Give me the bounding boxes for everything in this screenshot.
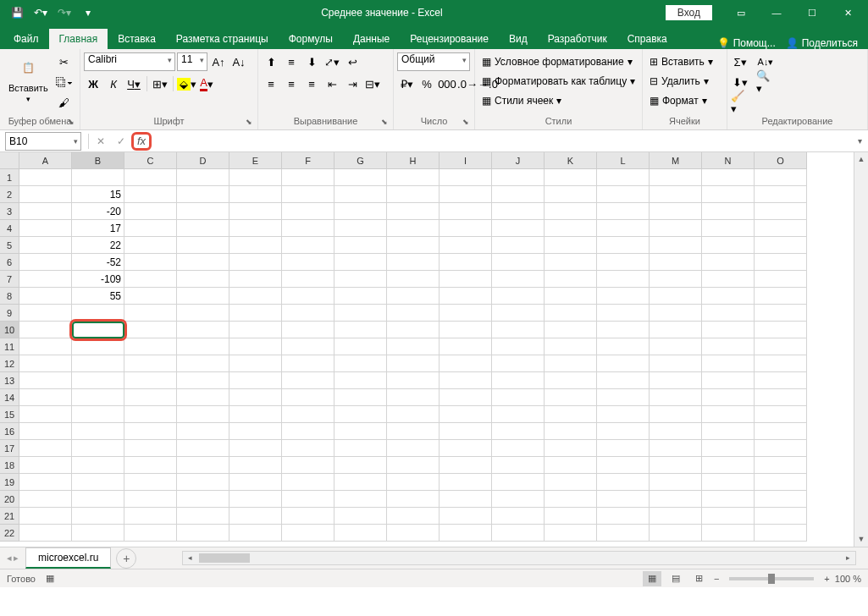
cell[interactable] (545, 338, 597, 355)
cell[interactable] (19, 440, 72, 457)
cell[interactable] (282, 271, 334, 288)
cell[interactable] (597, 322, 650, 338)
cell[interactable] (387, 406, 440, 423)
sheet-nav-last[interactable]: ▸ (14, 553, 19, 564)
zoom-level[interactable]: 100 % (835, 574, 861, 584)
ribbon-display-options[interactable]: ▭ (724, 0, 758, 25)
row-header[interactable]: 10 (0, 322, 19, 338)
cell[interactable] (124, 372, 177, 389)
cell[interactable] (440, 491, 492, 508)
cell[interactable] (492, 271, 545, 288)
cell[interactable] (755, 440, 807, 457)
insert-cells-button[interactable]: ⊞ Вставить ▾ (646, 52, 716, 71)
cell[interactable] (72, 406, 124, 423)
row-header[interactable]: 9 (0, 305, 19, 322)
formula-input[interactable] (152, 132, 851, 151)
cell[interactable] (597, 338, 650, 355)
tab-data[interactable]: Данные (343, 29, 400, 49)
cell[interactable] (124, 474, 177, 491)
cell[interactable] (650, 457, 702, 474)
cell[interactable] (492, 525, 545, 542)
cell[interactable] (72, 305, 124, 322)
cell[interactable] (229, 440, 282, 457)
sheet-tab[interactable]: microexcel.ru (25, 547, 111, 569)
cell[interactable] (72, 457, 124, 474)
format-as-table-button[interactable]: ▦ Форматировать как таблицу▾ (478, 72, 639, 91)
cell[interactable] (545, 288, 597, 305)
cell[interactable] (177, 457, 229, 474)
launcher-icon[interactable]: ⬊ (381, 118, 388, 126)
cell[interactable] (387, 474, 440, 491)
cell[interactable] (72, 389, 124, 406)
cell[interactable] (387, 169, 440, 186)
cell[interactable] (440, 338, 492, 355)
conditional-formatting-button[interactable]: ▦ Условное форматирование▾ (478, 52, 636, 71)
cell[interactable] (72, 423, 124, 440)
merge-button[interactable]: ⊟▾ (363, 74, 382, 93)
cell[interactable] (545, 169, 597, 186)
number-format-select[interactable]: Общий (397, 52, 470, 71)
cell[interactable] (440, 203, 492, 220)
cell[interactable] (650, 203, 702, 220)
cell[interactable] (124, 271, 177, 288)
underline-button[interactable]: Ч▾ (124, 74, 143, 93)
cell[interactable] (282, 423, 334, 440)
cell[interactable] (755, 237, 807, 254)
italic-button[interactable]: К (104, 74, 123, 93)
cell[interactable] (492, 220, 545, 237)
cell-styles-button[interactable]: ▦ Стили ячеек▾ (478, 91, 565, 110)
cell[interactable] (492, 322, 545, 338)
cell[interactable] (229, 338, 282, 355)
cancel-formula-button[interactable]: ✕ (91, 132, 111, 151)
currency-button[interactable]: ₽▾ (397, 74, 416, 93)
cell[interactable] (229, 288, 282, 305)
cell[interactable] (72, 322, 124, 338)
cell[interactable] (702, 338, 755, 355)
cell[interactable] (124, 508, 177, 525)
macro-record-icon[interactable]: ▦ (46, 573, 54, 584)
cell[interactable] (702, 169, 755, 186)
cell[interactable] (440, 440, 492, 457)
cell[interactable] (387, 220, 440, 237)
cell[interactable] (124, 525, 177, 542)
cell[interactable] (702, 474, 755, 491)
cell[interactable] (545, 508, 597, 525)
column-header[interactable]: L (597, 152, 650, 169)
paste-button[interactable]: 📋 Вставить ▾ (3, 52, 53, 105)
column-header[interactable]: E (229, 152, 282, 169)
zoom-out-button[interactable]: − (714, 574, 719, 584)
cell[interactable] (177, 169, 229, 186)
save-button[interactable]: 💾 (7, 3, 27, 23)
cell[interactable] (72, 525, 124, 542)
cell[interactable] (387, 203, 440, 220)
cell[interactable] (440, 271, 492, 288)
cell[interactable] (597, 254, 650, 271)
cell[interactable] (650, 169, 702, 186)
cell[interactable] (177, 220, 229, 237)
cell[interactable] (229, 423, 282, 440)
cell[interactable] (650, 186, 702, 203)
cell[interactable] (282, 254, 334, 271)
cell[interactable] (177, 525, 229, 542)
cell[interactable] (545, 220, 597, 237)
cell[interactable] (229, 508, 282, 525)
cell[interactable] (229, 491, 282, 508)
cell[interactable] (440, 372, 492, 389)
cell[interactable] (177, 491, 229, 508)
cell[interactable] (177, 237, 229, 254)
cell[interactable] (177, 389, 229, 406)
column-header[interactable]: N (702, 152, 755, 169)
column-header[interactable]: A (19, 152, 72, 169)
cell[interactable] (282, 440, 334, 457)
cell[interactable] (19, 271, 72, 288)
align-left-button[interactable]: ≡ (262, 74, 280, 93)
cell[interactable] (229, 406, 282, 423)
row-header[interactable]: 22 (0, 525, 19, 542)
cell[interactable] (19, 525, 72, 542)
cell[interactable] (650, 271, 702, 288)
cell[interactable] (334, 474, 387, 491)
cell[interactable] (387, 525, 440, 542)
cell[interactable] (334, 457, 387, 474)
cell[interactable] (492, 288, 545, 305)
cell[interactable] (492, 423, 545, 440)
